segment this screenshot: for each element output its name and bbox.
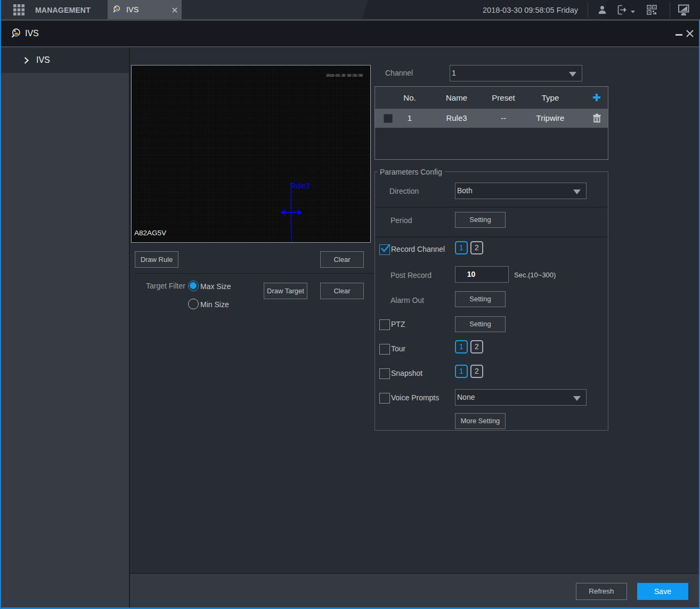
svg-text:Rule3: Rule3 [290, 182, 310, 190]
